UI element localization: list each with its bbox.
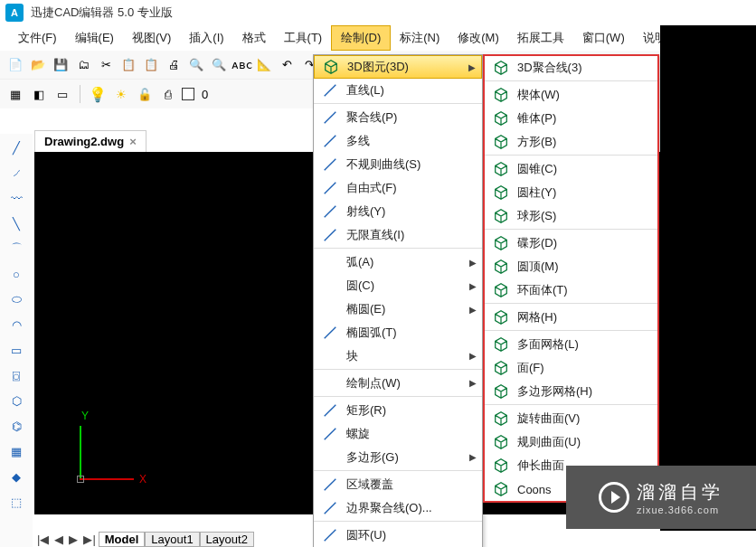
draw-tool-0[interactable]: ╱ [6, 137, 26, 157]
draw-menu-item[interactable]: 多边形(G) [314, 446, 482, 471]
draw-menu-item[interactable]: 不规则曲线(S) [314, 153, 482, 176]
draw-menu-item[interactable]: 圆(C) [314, 274, 482, 297]
toolbar-button-6[interactable]: 📋 [141, 55, 161, 75]
draw-3d-menu-item[interactable]: 网格(H) [485, 306, 657, 331]
toolbar-button-2[interactable]: 💾 [51, 55, 71, 75]
draw-menu-item[interactable]: 3D图元(3D) [314, 55, 482, 79]
draw-3d-menu-item[interactable]: 多边形网格(H) [485, 380, 657, 405]
menu-工具[interactable]: 工具(T) [275, 26, 332, 50]
draw-3d-menu-item[interactable]: 旋转曲面(V) [485, 407, 657, 430]
close-icon[interactable]: × [129, 135, 137, 148]
draw-3d-menu-item[interactable]: 环面体(T) [485, 278, 657, 304]
draw-menu-item[interactable]: 块 [314, 344, 482, 370]
printable-icon[interactable]: ⎙ [158, 84, 178, 104]
layout1-tab[interactable]: Layout1 [145, 532, 199, 547]
draw-menu-item[interactable]: 自由式(F) [314, 176, 482, 200]
menu-文件[interactable]: 文件(F) [9, 26, 66, 50]
menu-编辑[interactable]: 编辑(E) [66, 26, 123, 50]
menu-item-label: 多线 [346, 133, 370, 149]
toolbar-button-3[interactable]: 🗂 [73, 55, 93, 75]
draw-3d-menu-item[interactable]: 方形(B) [485, 130, 657, 156]
draw-menu-item[interactable]: 聚合线(P) [314, 106, 482, 129]
lamp-icon[interactable]: ▭ [52, 84, 72, 104]
draw-tool-10[interactable]: ⬡ [6, 391, 26, 410]
draw-menu-item[interactable]: 矩形(R) [314, 399, 482, 422]
layer-color-swatch[interactable] [182, 88, 194, 100]
menu-视图[interactable]: 视图(V) [123, 26, 180, 50]
ucs-y-label: Y [81, 410, 89, 422]
toolbar-button-5[interactable]: 📋 [118, 55, 138, 75]
draw-menu-item[interactable]: 椭圆(E) [314, 297, 482, 321]
toolbar-button-9[interactable]: 🔍 [209, 55, 229, 75]
bulb-icon[interactable]: 💡 [88, 84, 108, 104]
model-tab[interactable]: Model [99, 532, 146, 547]
menu-item-label: 楔体(W) [517, 87, 560, 103]
draw-3d-menu-item[interactable]: 楔体(W) [485, 83, 657, 107]
toolbar-button-0[interactable]: 📄 [5, 55, 25, 75]
menu-修改[interactable]: 修改(M) [449, 26, 508, 50]
draw-tool-6[interactable]: ⬭ [6, 289, 26, 309]
toolbar-button-4[interactable]: ✂ [96, 55, 116, 75]
toolbar-button-8[interactable]: 🔍 [186, 55, 206, 75]
grid-icon[interactable]: ▦ [5, 84, 25, 104]
toolbar-button-11[interactable]: 📐 [254, 55, 274, 75]
draw-3d-menu-item[interactable]: 3D聚合线(3) [485, 56, 657, 81]
draw-menu-item[interactable]: 螺旋 [314, 422, 482, 446]
draw-3d-menu-item[interactable]: 多面网格(L) [485, 333, 657, 356]
menu-格式[interactable]: 格式 [233, 26, 275, 50]
svg-line-12 [325, 530, 336, 542]
draw-tool-11[interactable]: ⌬ [6, 416, 26, 436]
menu-item-label: 弧(A) [346, 254, 373, 270]
draw-3d-menu-item[interactable]: 规则曲面(U) [485, 430, 657, 454]
menu-绘制[interactable]: 绘制(D) [331, 25, 391, 51]
menu-拓展工具[interactable]: 拓展工具 [508, 26, 573, 50]
draw-tool-13[interactable]: ◆ [6, 467, 26, 486]
lock-icon[interactable]: 🔓 [135, 84, 155, 104]
draw-3d-menu-item[interactable]: 锥体(P) [485, 107, 657, 130]
draw-menu-item[interactable]: 弧(A) [314, 250, 482, 274]
draw-menu-item[interactable]: 椭圆弧(T) [314, 321, 482, 344]
toolbar-button-7[interactable]: 🖨 [164, 55, 184, 75]
layout2-tab[interactable]: Layout2 [200, 532, 254, 547]
menu-item-label: 矩形(R) [346, 402, 386, 419]
draw-tool-1[interactable]: ⟋ [6, 163, 26, 183]
draw-3d-menu-item[interactable]: 圆锥(C) [485, 157, 657, 181]
draw-tool-7[interactable]: ◠ [6, 315, 26, 335]
draw-3d-menu-item[interactable]: 圆顶(M) [485, 255, 657, 278]
toolbar-button-1[interactable]: 📂 [28, 55, 48, 75]
draw-menu-item[interactable]: 边界聚合线(O)... [314, 496, 482, 522]
sun-icon[interactable]: ☀ [111, 84, 131, 104]
doc-tab[interactable]: Drawing2.dwg × [34, 130, 146, 152]
draw-tool-2[interactable]: 〰 [6, 188, 26, 208]
draw-3d-menu-item[interactable]: 碟形(D) [485, 231, 657, 255]
draw-menu-item[interactable]: 无限直线(I) [314, 223, 482, 249]
toolbar-button-12[interactable]: ↶ [277, 55, 297, 75]
menu-窗口[interactable]: 窗口(W) [573, 26, 634, 50]
tab-prev-icon[interactable]: ◀ [52, 533, 66, 546]
shape-3d-icon [490, 433, 512, 451]
draw-tool-12[interactable]: ▦ [6, 441, 26, 461]
draw-tool-9[interactable]: ⌼ [6, 365, 26, 385]
draw-tool-8[interactable]: ▭ [6, 340, 26, 360]
draw-menu-item[interactable]: 区域覆盖 [314, 473, 482, 496]
draw-menu-item[interactable]: 多线 [314, 129, 482, 153]
draw-tool-4[interactable]: ⌒ [6, 239, 26, 259]
draw-3d-menu-item[interactable]: 圆柱(Y) [485, 181, 657, 204]
draw-tool-5[interactable]: ○ [6, 264, 26, 284]
draw-menu-item[interactable]: 直线(L) [314, 79, 482, 104]
ucs-y-axis [80, 426, 81, 480]
draw-3d-menu-item[interactable]: 球形(S) [485, 204, 657, 230]
menu-插入[interactable]: 插入(I) [180, 26, 232, 50]
tab-next-icon[interactable]: ▶ [66, 533, 80, 546]
draw-tool-14[interactable]: ⬚ [6, 492, 26, 512]
menu-标注[interactable]: 标注(N) [391, 26, 449, 50]
tab-last-icon[interactable]: ▶| [80, 533, 98, 546]
draw-tool-3[interactable]: ╲ [6, 213, 26, 233]
tab-first-icon[interactable]: |◀ [34, 533, 52, 546]
draw-3d-menu-item[interactable]: 面(F) [485, 356, 657, 380]
draw-menu-item[interactable]: 绘制点(W) [314, 372, 482, 397]
toolbar-button-10[interactable]: ᴀʙᴄ [232, 55, 251, 75]
draw-menu-item[interactable]: 射线(Y) [314, 200, 482, 223]
draw-menu-item[interactable]: 圆环(U) [314, 523, 482, 547]
toggle-icon[interactable]: ◧ [29, 84, 49, 104]
